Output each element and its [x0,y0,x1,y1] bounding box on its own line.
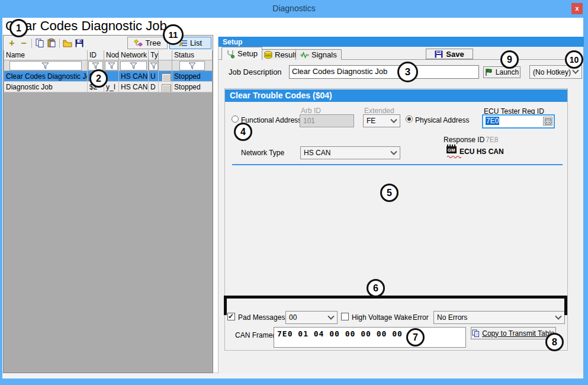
window-border-left [0,18,2,378]
cell-type: U [149,71,159,82]
plus-icon: + [9,38,14,49]
functional-addressing-radio[interactable] [232,116,239,123]
status-strip [2,373,583,378]
error-select[interactable]: No Errors [433,311,565,324]
save-file-button[interactable] [73,37,85,49]
section-divider-line [232,164,563,165]
filter-funnel-button[interactable] [105,61,118,70]
save-button-label: Save [446,50,464,59]
column-header-status[interactable]: Status [172,50,212,60]
close-button[interactable]: x [571,3,583,14]
window-border-bottom [0,378,588,385]
funnel-icon [130,62,137,69]
error-label: Error [413,313,429,322]
network-type-label: Network Type [241,149,284,157]
signals-tab-icon [300,52,309,59]
cell-status: Stopped [172,82,212,92]
grid-header-row: Name ID Node Network Typ Status [4,50,212,60]
cell-name: Clear Codes Diagnostic Job [4,71,88,82]
column-header-type[interactable]: Typ [149,50,159,60]
remove-job-button[interactable]: − [18,37,30,49]
annotation-bracket-left [224,296,227,315]
error-value: No Errors [437,313,467,322]
filter-cell [4,60,88,71]
arb-id-input[interactable]: 101 [300,114,354,127]
save-button[interactable]: Save [426,49,473,59]
launch-button-label: Launch [496,68,519,76]
funnel-icon [41,62,49,69]
job-description-input[interactable]: Clear Codes Diagnostic Job [289,65,479,79]
window-border-right [583,18,588,378]
cell-type: D [149,82,159,92]
gm-ecu-icon: GM [446,145,457,155]
filter-funnel-button[interactable] [179,61,204,70]
launch-button[interactable]: Launch [483,66,520,78]
title-bar: Diagnostics x [0,0,588,18]
can-frames-box[interactable]: 7E0 01 04 00 00 00 00 00 00 [274,327,466,348]
filter-cell [172,60,212,71]
callout-11: 11 [163,24,184,45]
callout-4: 4 [234,123,252,141]
cell-run-button [159,71,172,82]
tab-signals[interactable]: Signals [295,49,342,60]
paste-icon [47,38,56,47]
clear-trouble-codes-section: Clear Trouble Codes ($04) Functional Add… [224,88,568,351]
tab-setup[interactable]: Setup [221,47,262,60]
callout-3: 3 [397,62,418,82]
table-row[interactable]: Clear Codes Diagnostic Job $ HS CAN U St… [4,71,212,82]
extended-value: FE [367,117,375,125]
table-row[interactable]: Diagnostic Job $2 y_I HS CAN D Stopped [4,82,212,92]
network-type-select[interactable]: HS CAN [300,146,400,159]
copy-to-transmit-button[interactable]: Copy to Transmit Table [471,327,556,339]
column-header-node[interactable]: Node [104,50,119,60]
pad-messages-checkbox[interactable] [227,313,235,320]
callout-8: 8 [545,333,564,351]
copy-to-transmit-label: Copy to Transmit Table [482,329,555,338]
window-title: Diagnostics [0,4,588,13]
keypad-button[interactable] [543,117,552,126]
filter-funnel-button[interactable] [120,61,146,70]
callout-5: 5 [380,184,399,202]
job-grid: Name ID Node Network Typ Status Clear [4,50,212,92]
callout-10: 10 [565,50,583,69]
column-header-name[interactable]: Name [4,50,88,60]
column-header-id[interactable]: ID [88,50,104,60]
physical-address-radio[interactable] [406,116,413,123]
page-title: Clear Codes Diagnostic Job [5,18,167,34]
setup-tab-icon [226,49,235,59]
filter-funnel-button[interactable] [9,61,82,70]
row-action-button[interactable] [162,73,171,82]
high-voltage-wake-checkbox[interactable] [341,313,349,320]
extended-label: Extended [364,107,394,115]
filter-funnel-button[interactable] [149,61,158,70]
tree-view-button[interactable]: Tree [127,37,168,49]
chevron-down-icon [555,313,561,320]
open-button[interactable] [62,37,73,49]
setup-panel-titlebar: Setup [219,37,584,47]
hotkey-value: (No Hotkey) [533,68,571,76]
network-type-value: HS CAN [304,149,330,157]
cell-network: HS CAN [119,82,149,92]
row-action-button[interactable] [162,84,171,92]
cell-network: HS CAN [119,71,149,82]
ecu-tester-req-id-value: 7E0 [486,117,499,125]
funnel-icon [188,62,196,69]
chevron-down-icon [390,117,397,123]
column-header-network[interactable]: Network [119,50,149,60]
extended-select[interactable]: FE [363,114,400,127]
add-job-button[interactable]: + [6,37,18,49]
diagnostics-window: Diagnostics x Clear Codes Diagnostic Job… [0,0,588,385]
job-description-label: Job Description [229,68,282,76]
copy-pages-icon [472,329,480,337]
ecu-tester-req-id-input[interactable]: 7E0 [482,114,555,129]
cell-run-button [159,82,172,92]
pad-value-select[interactable]: 00 [285,311,338,324]
list-button-label: List [190,38,202,47]
paste-button[interactable] [46,37,57,49]
section-header: Clear Trouble Codes ($04) [225,89,567,102]
filter-funnel-button[interactable] [88,61,103,70]
tab-signals-label: Signals [311,50,337,59]
funnel-icon [108,62,115,69]
callout-9: 9 [500,50,519,69]
copy-button[interactable] [34,37,46,49]
